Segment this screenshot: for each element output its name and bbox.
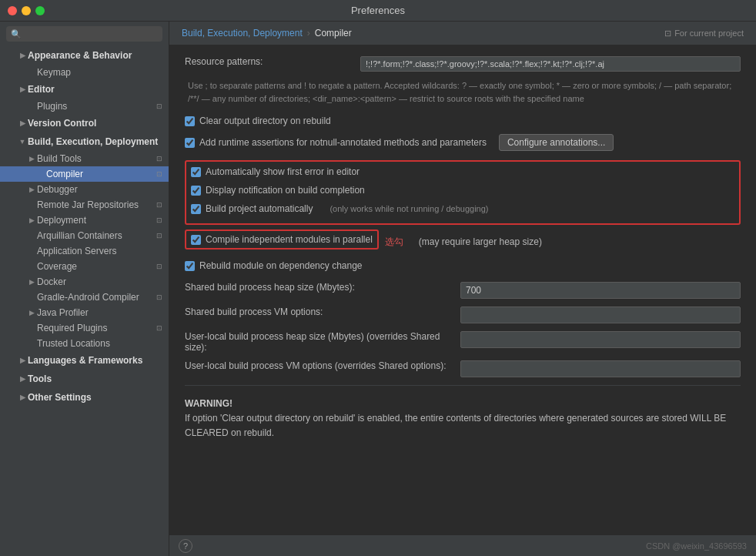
- sidebar-item-label: Coverage: [37, 261, 153, 272]
- breadcrumb-separator: ›: [307, 28, 310, 39]
- sidebar-item-label: Arquillian Containers: [37, 230, 153, 241]
- compile-parallel-label[interactable]: Compile independent modules in parallel: [206, 234, 373, 245]
- minimize-button[interactable]: [22, 6, 31, 15]
- rebuild-module-checkbox[interactable]: [185, 261, 195, 271]
- arrow-icon: ▶: [18, 394, 26, 401]
- vm-options-input[interactable]: [460, 306, 741, 323]
- help-button[interactable]: ?: [179, 539, 192, 553]
- sidebar-item-arquillian[interactable]: Arquillian Containers ⊡: [0, 228, 169, 243]
- sidebar-item-compiler[interactable]: Compiler ⊡: [0, 166, 169, 182]
- arrow-icon: ▶: [18, 52, 26, 59]
- highlighted-checkboxes-group: Automatically show first error in editor…: [185, 160, 741, 225]
- sidebar-item-label: Deployment: [37, 215, 153, 226]
- sidebar-item-deployment[interactable]: ▶ Deployment ⊡: [0, 213, 169, 228]
- badge-icon: ⊡: [156, 216, 162, 224]
- window-title: Preferences: [351, 5, 405, 16]
- warning-title: WARNING!: [185, 398, 232, 409]
- compile-parallel-checkbox[interactable]: [191, 235, 201, 245]
- sidebar-item-build-tools[interactable]: ▶ Build Tools ⊡: [0, 151, 169, 166]
- sidebar-item-label: Gradle-Android Compiler: [37, 292, 153, 303]
- sidebar-item-label: Appearance & Behavior: [28, 50, 162, 61]
- watermark: CSDN @weixin_43696593: [646, 541, 747, 551]
- sidebar-item-debugger[interactable]: ▶ Debugger: [0, 182, 169, 197]
- sidebar-item-remote-jar[interactable]: Remote Jar Repositories ⊡: [0, 197, 169, 213]
- clear-output-checkbox[interactable]: [185, 116, 195, 126]
- build-auto-label[interactable]: Build project automatically: [206, 203, 313, 214]
- arrow-icon: ▶: [18, 85, 26, 93]
- display-notification-label[interactable]: Display notification on build completion: [206, 185, 365, 196]
- breadcrumb-link[interactable]: Build, Execution, Deployment: [182, 28, 303, 39]
- badge-icon: ⊡: [156, 324, 162, 332]
- warning-text: WARNING! If option 'Clear output directo…: [185, 397, 741, 441]
- warning-box: WARNING! If option 'Clear output directo…: [185, 385, 741, 441]
- arrow-icon: ▶: [28, 216, 35, 224]
- sidebar-item-label: Compiler: [46, 169, 153, 179]
- auto-show-error-checkbox[interactable]: [191, 167, 201, 177]
- arrow-spacer: [28, 324, 35, 332]
- sidebar-item-appearance[interactable]: ▶ Appearance & Behavior: [0, 46, 169, 65]
- sidebar-item-plugins[interactable]: Plugins ⊡: [0, 99, 169, 114]
- sidebar-item-label: Version Control: [28, 118, 162, 129]
- add-runtime-label[interactable]: Add runtime assertions for notnull-annot…: [199, 137, 487, 148]
- arrow-spacer: [28, 293, 35, 301]
- window-controls[interactable]: [8, 6, 45, 15]
- rebuild-module-label[interactable]: Rebuild module on dependency change: [199, 260, 363, 271]
- sidebar-item-tools[interactable]: ▶ Tools: [0, 370, 169, 388]
- sidebar-item-required-plugins[interactable]: Required Plugins ⊡: [0, 320, 169, 336]
- configure-annotations-button[interactable]: Configure annotations...: [499, 134, 614, 151]
- sidebar-item-label: Docker: [37, 276, 162, 287]
- sidebar-item-label: Build, Execution, Deployment: [28, 136, 162, 147]
- heap-size-input[interactable]: [460, 282, 741, 299]
- local-vm-label: User-local build process VM options (ove…: [185, 360, 454, 371]
- sidebar-item-languages[interactable]: ▶ Languages & Frameworks: [0, 351, 169, 370]
- clear-output-label[interactable]: Clear output directory on rebuild: [199, 116, 331, 126]
- search-icon: 🔍: [11, 29, 22, 39]
- local-vm-input[interactable]: [460, 360, 741, 377]
- close-button[interactable]: [8, 6, 17, 15]
- checkbox-rebuild-module: Rebuild module on dependency change: [185, 259, 741, 273]
- arrow-spacer: [28, 232, 35, 239]
- vm-options-row: Shared build process VM options:: [185, 306, 741, 323]
- auto-show-error-label[interactable]: Automatically show first error in editor: [206, 166, 360, 177]
- sidebar-item-gradle-android[interactable]: Gradle-Android Compiler ⊡: [0, 290, 169, 305]
- sidebar-item-coverage[interactable]: Coverage ⊡: [0, 259, 169, 274]
- arrow-icon: ▶: [28, 186, 35, 193]
- content-area: Build, Execution, Deployment › Compiler …: [169, 22, 756, 556]
- search-input[interactable]: [25, 28, 158, 39]
- sidebar-item-other-settings[interactable]: ▶ Other Settings: [0, 388, 169, 407]
- sidebar-item-editor[interactable]: ▶ Editor: [0, 80, 169, 99]
- checkbox-add-runtime: Add runtime assertions for notnull-annot…: [185, 132, 741, 152]
- display-notification-checkbox[interactable]: [191, 186, 201, 196]
- breadcrumb-current: Compiler: [315, 28, 352, 39]
- checkbox-auto-show-error: Automatically show first error in editor: [191, 165, 734, 179]
- add-runtime-checkbox[interactable]: [185, 138, 195, 148]
- sidebar-item-app-servers[interactable]: Application Servers: [0, 243, 169, 259]
- project-icon: ⊡: [664, 28, 671, 39]
- sidebar-item-label: Required Plugins: [37, 323, 153, 333]
- project-scope: ⊡ For current project: [664, 28, 744, 39]
- search-box[interactable]: 🔍: [6, 26, 162, 42]
- sidebar-item-label: Remote Jar Repositories: [37, 199, 153, 210]
- arrow-spacer: [28, 263, 35, 270]
- maximize-button[interactable]: [35, 6, 45, 15]
- badge-icon: ⊡: [156, 102, 162, 110]
- resource-patterns-row: Resource patterns: !;!?*.form;!?*.class;…: [185, 56, 741, 72]
- vm-options-label: Shared build process VM options:: [185, 306, 454, 317]
- sidebar-item-build-exec[interactable]: ▼ Build, Execution, Deployment: [0, 132, 169, 151]
- resource-patterns-input[interactable]: !;!?*.form;!?*.class;!?*.groovy;!?*.scal…: [360, 56, 741, 72]
- arrow-spacer: [28, 102, 35, 110]
- checkbox-build-auto: Build project automatically (only works …: [191, 202, 734, 216]
- heap-size-row: Shared build process heap size (Mbytes):: [185, 282, 741, 299]
- hint-text: Use ; to separate patterns and ! to nega…: [185, 79, 741, 105]
- badge-icon: ⊡: [156, 263, 162, 270]
- build-auto-checkbox[interactable]: [191, 204, 201, 214]
- sidebar-item-trusted-locations[interactable]: Trusted Locations: [0, 336, 169, 351]
- local-heap-input[interactable]: [460, 331, 741, 348]
- sidebar-item-version-control[interactable]: ▶ Version Control: [0, 114, 169, 132]
- sidebar-item-label: Debugger: [37, 184, 162, 195]
- badge-icon: ⊡: [156, 201, 162, 209]
- sidebar-item-label: Application Servers: [37, 246, 162, 256]
- sidebar-item-java-profiler[interactable]: ▶ Java Profiler: [0, 305, 169, 320]
- sidebar-item-docker[interactable]: ▶ Docker: [0, 274, 169, 290]
- sidebar-item-keymap[interactable]: Keymap: [0, 65, 169, 80]
